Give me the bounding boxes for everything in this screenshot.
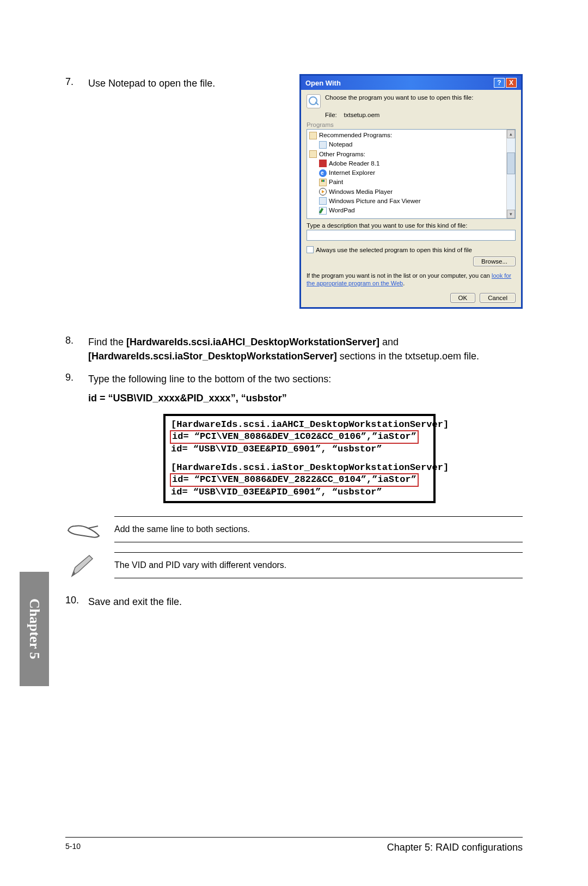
step-7-text: Use Notepad to open the file.: [88, 76, 234, 90]
chapter-title-footer: Chapter 5: RAID configurations: [387, 842, 523, 853]
step-7-number: 7.: [65, 76, 88, 90]
cancel-button[interactable]: Cancel: [480, 293, 516, 303]
picture-icon: [319, 197, 327, 205]
wmp-icon: [319, 188, 327, 195]
codebox-sec2-id: id= “PCI\VEN_8086&DEV_2822&CC_0104”,”iaS…: [170, 473, 419, 486]
notepad-icon: [319, 141, 327, 149]
open-with-dialog: Open With ? X Choose the program you wan…: [299, 74, 523, 309]
web-lookup-text: If the program you want is not in the li…: [307, 272, 516, 288]
paint-icon: [319, 179, 327, 186]
code-box: [HardwareIds.scsi.iaAHCI_DesktopWorkstat…: [163, 414, 436, 503]
note-1-text: Add the same line to both sections.: [114, 516, 523, 542]
scroll-thumb[interactable]: [507, 152, 515, 174]
ie-icon: [319, 169, 327, 177]
program-paint[interactable]: Paint: [309, 178, 504, 187]
description-label: Type a description that you want to use …: [307, 222, 516, 229]
codebox-sec2-add: id= “USB\VID_03EE&PID_6901”, “usbstor”: [171, 487, 428, 498]
pencil-icon: [65, 552, 103, 581]
ok-button[interactable]: OK: [450, 293, 476, 303]
dialog-titlebar: Open With ? X: [301, 76, 521, 90]
dialog-title-text: Open With: [305, 79, 341, 87]
page-number: 5-10: [65, 842, 81, 853]
codebox-sec1-id: id= “PCI\VEN_8086&DEV_1C02&CC_0106”,”iaS…: [170, 430, 419, 443]
program-wmp[interactable]: Windows Media Player: [309, 187, 504, 197]
program-notepad[interactable]: Notepad: [309, 140, 504, 149]
codebox-sec1-add: id= “USB\VID_03EE&PID_6901”, “usbstor”: [171, 444, 428, 455]
dialog-message: Choose the program you want to use to op…: [325, 94, 473, 108]
step-8-text: Find the [HardwareIds.scsi.iaAHCI_Deskto…: [88, 335, 523, 363]
step-9-text: Type the following line to the bottom of…: [88, 372, 523, 386]
program-list[interactable]: Recommended Programs: Notepad Other Prog…: [307, 129, 516, 219]
step-10-text: Save and exit the file.: [88, 595, 523, 609]
scroll-down-button[interactable]: ▾: [507, 210, 515, 218]
programs-label: Programs: [307, 121, 516, 128]
step-8-number: 8.: [65, 335, 88, 363]
always-use-checkbox[interactable]: [307, 246, 314, 253]
scroll-up-button[interactable]: ▴: [507, 130, 515, 138]
hand-pointing-icon: [65, 516, 103, 545]
folder-icon: [309, 150, 317, 158]
chapter-tab: Chapter 5: [20, 572, 49, 686]
close-button[interactable]: X: [506, 78, 517, 88]
step-10-number: 10.: [65, 595, 88, 609]
program-picfax[interactable]: Windows Picture and Fax Viewer: [309, 197, 504, 206]
pdf-icon: [319, 160, 327, 167]
help-button[interactable]: ?: [494, 78, 505, 88]
step-9-number: 9.: [65, 372, 88, 386]
code-line-template: id = “USB\VID_xxxx&PID_xxxx”, “usbstor”: [88, 393, 523, 404]
codebox-sec2-header: [HardwareIds.scsi.iaStor_DesktopWorkstat…: [171, 462, 428, 473]
codebox-sec1-header: [HardwareIds.scsi.iaAHCI_DesktopWorkstat…: [171, 419, 428, 430]
always-use-label: Always use the selected program to open …: [316, 247, 472, 253]
page-footer: 5-10 Chapter 5: RAID configurations: [65, 837, 523, 853]
category-other: Other Programs:: [309, 150, 504, 159]
browse-button[interactable]: Browse...: [473, 256, 516, 266]
description-input[interactable]: [307, 230, 516, 241]
category-recommended: Recommended Programs:: [309, 131, 504, 140]
scroll-track[interactable]: [507, 138, 515, 210]
file-label: File:: [325, 112, 337, 118]
program-adobe[interactable]: Adobe Reader 8.1: [309, 159, 504, 168]
wordpad-icon: [319, 207, 327, 215]
file-name: txtsetup.oem: [344, 112, 380, 118]
scrollbar[interactable]: ▴ ▾: [506, 130, 515, 218]
program-ie[interactable]: Internet Explorer: [309, 168, 504, 178]
note-2-text: The VID and PID vary with different vend…: [114, 552, 523, 578]
folder-icon: [309, 132, 317, 139]
search-icon: [307, 94, 321, 108]
program-wordpad[interactable]: WordPad: [309, 206, 504, 215]
